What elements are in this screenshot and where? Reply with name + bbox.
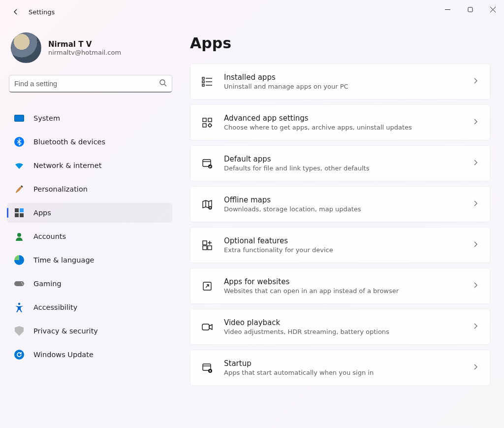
svg-point-10 [17,233,21,237]
svg-rect-22 [208,118,212,122]
sidebar-item-update[interactable]: Windows Update [7,345,172,364]
sidebar-item-label: Gaming [33,280,62,288]
main-content: Apps Installed apps Uninstall and manage… [177,24,504,428]
apps-icon [14,207,25,218]
sidebar-item-label: Apps [33,209,51,217]
avatar [11,33,41,63]
svg-rect-23 [203,124,206,127]
card-title: Video playback [224,318,461,327]
sidebar-item-label: Network & internet [33,162,101,169]
wifi-icon [14,160,25,171]
card-desc: Downloads, storage location, map updates [224,205,461,213]
window-controls [436,0,504,19]
user-email: nirmaltv@hotmail.com [48,49,121,56]
sidebar-item-time[interactable]: Time & language [7,250,172,270]
svg-point-14 [18,303,20,305]
card-text: Optional features Extra functionality fo… [224,236,461,254]
sidebar-item-system[interactable]: System [7,108,172,128]
close-icon [490,7,496,12]
card-video-playback[interactable]: Video playback Video adjustments, HDR st… [190,309,490,345]
svg-point-12 [21,282,23,284]
window-title: Settings [29,8,55,16]
maximize-button[interactable] [459,0,481,19]
svg-rect-7 [20,208,24,212]
svg-rect-29 [203,241,207,245]
card-text: Video playback Video adjustments, HDR st… [224,318,461,335]
svg-rect-17 [202,84,204,86]
sidebar-item-network[interactable]: Network & internet [7,156,172,175]
accessibility-icon [14,302,25,313]
person-icon [14,231,25,242]
card-desc: Uninstall and manage apps on your PC [224,83,461,90]
card-offline-maps[interactable]: Offline maps Downloads, storage location… [190,186,490,222]
card-title: Default apps [224,155,461,164]
close-button[interactable] [481,0,504,19]
system-icon [14,113,25,124]
bluetooth-icon [14,136,25,147]
svg-rect-31 [208,246,212,250]
card-default-apps[interactable]: Default apps Defaults for file and link … [190,145,490,181]
clock-icon [14,255,25,265]
card-title: Optional features [224,236,461,245]
card-title: Advanced app settings [224,114,461,123]
search-box[interactable] [9,75,172,93]
sidebar-item-accounts[interactable]: Accounts [7,227,172,246]
card-installed-apps[interactable]: Installed apps Uninstall and manage apps… [190,64,490,99]
sidebar-item-gaming[interactable]: Gaming [7,274,172,294]
svg-point-4 [160,80,165,85]
user-profile[interactable]: Nirmal T V nirmaltv@hotmail.com [7,24,177,75]
card-apps-for-websites[interactable]: Apps for websites Websites that can open… [190,268,490,304]
svg-rect-33 [202,324,209,330]
arrow-left-icon [12,8,20,16]
nav: System Bluetooth & devices Network & int… [7,106,177,366]
card-title: Startup [224,359,461,368]
card-text: Advanced app settings Choose where to ge… [224,114,461,131]
update-icon [14,349,25,360]
search-input[interactable] [14,80,159,88]
list-icon [201,76,213,88]
sidebar: Nirmal T V nirmaltv@hotmail.com System B… [0,24,177,428]
sidebar-item-accessibility[interactable]: Accessibility [7,297,172,317]
svg-rect-21 [203,118,206,122]
card-startup[interactable]: Startup Apps that start automatically wh… [190,350,490,386]
chevron-right-icon [472,159,479,168]
page-title: Apps [190,34,490,52]
gamepad-icon [14,278,25,289]
settings-list: Installed apps Uninstall and manage apps… [190,64,490,386]
search-icon [159,79,167,89]
chevron-right-icon [472,322,479,331]
card-advanced-settings[interactable]: Advanced app settings Choose where to ge… [190,104,490,140]
sidebar-item-label: Personalization [33,185,88,193]
sidebar-item-label: Windows Update [33,351,94,359]
minimize-icon [445,7,450,12]
back-button[interactable] [7,3,25,21]
sidebar-item-label: Time & language [33,256,94,264]
card-text: Startup Apps that start automatically wh… [224,359,461,376]
chevron-right-icon [472,281,479,291]
maximize-icon [468,7,473,12]
sidebar-item-label: Accessibility [33,303,77,311]
svg-point-13 [22,284,24,285]
sidebar-item-label: Accounts [33,232,66,240]
svg-line-5 [164,84,166,86]
sidebar-item-bluetooth[interactable]: Bluetooth & devices [7,132,172,152]
sidebar-item-label: System [33,114,60,122]
card-optional-features[interactable]: Optional features Extra functionality fo… [190,227,490,263]
startup-icon [201,362,213,374]
svg-rect-15 [202,77,204,79]
sidebar-item-apps[interactable]: Apps [7,203,172,223]
card-title: Apps for websites [224,277,461,286]
svg-rect-8 [15,213,19,217]
svg-rect-9 [20,213,24,217]
minimize-button[interactable] [436,0,459,19]
sidebar-item-label: Privacy & security [33,327,98,335]
video-icon [201,321,213,333]
card-text: Offline maps Downloads, storage location… [224,196,461,213]
sidebar-item-privacy[interactable]: Privacy & security [7,321,172,341]
user-name: Nirmal T V [48,40,121,49]
chevron-right-icon [472,118,479,127]
sidebar-item-personalization[interactable]: Personalization [7,179,172,199]
card-desc: Apps that start automatically when you s… [224,369,461,376]
card-title: Installed apps [224,73,461,82]
grid-plus-icon [201,239,213,251]
